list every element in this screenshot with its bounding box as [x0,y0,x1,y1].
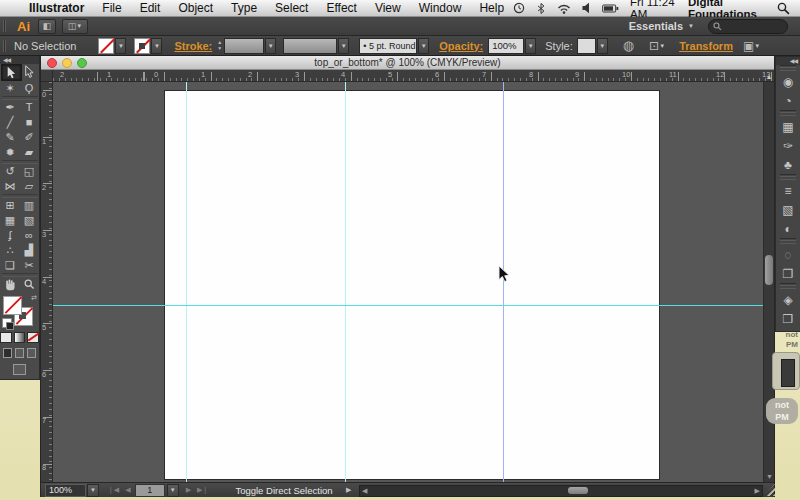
menu-view[interactable]: View [366,1,410,15]
first-artboard-button[interactable]: ❘◀ [105,486,122,494]
tools-panel-collapse[interactable]: ◀◀ [0,56,39,64]
opacity-link[interactable]: Opacity: [439,40,483,52]
width-tool[interactable]: ⋈ [1,179,20,194]
menu-type[interactable]: Type [222,1,266,15]
width-profile-field[interactable] [283,38,337,54]
bluetooth-icon[interactable] [536,2,546,15]
transparency-panel-icon[interactable]: ◐ [776,219,800,238]
draw-inside-mode-button[interactable] [27,348,36,358]
status-popup-arrow[interactable]: ▶ [346,486,351,494]
stroke-swatch[interactable] [134,38,150,54]
artboard-number-dropdown[interactable]: ▼ [167,484,179,497]
draw-normal-mode-button[interactable] [3,348,12,358]
gradient-panel-icon[interactable]: ▧ [776,200,800,219]
zoom-level-field[interactable]: 100% [45,484,86,497]
color-button[interactable] [0,332,12,343]
gradient-button[interactable] [14,332,26,343]
swap-fill-stroke-icon[interactable]: ⇄ [31,294,37,302]
mesh-tool[interactable]: ▦ [1,213,20,228]
symbol-sprayer-tool[interactable]: ∴ [1,243,20,258]
guide[interactable] [186,82,187,482]
opacity-dropdown[interactable]: ▼ [525,38,536,54]
brushes-panel-icon[interactable]: ✑ [776,136,800,155]
artboards-panel-icon[interactable]: ❒ [776,309,800,328]
wifi-icon[interactable] [557,3,571,14]
scale-tool[interactable]: ◱ [20,164,39,179]
recolor-artwork-icon[interactable]: ◍ [623,39,634,52]
style-dropdown[interactable]: ▼ [597,38,608,54]
slice-tool[interactable]: ✂ [20,258,39,273]
align-options-dropdown[interactable]: ▼ [754,43,760,49]
scroll-left-arrow[interactable]: ◀ [362,487,367,495]
menu-select[interactable]: Select [266,1,317,15]
color-panel-icon[interactable]: ◉ [776,72,800,91]
eraser-tool[interactable]: ▰ [20,145,39,160]
horizontal-scrollbar[interactable]: ◀ ▶ [359,485,763,497]
zoom-level-dropdown[interactable]: ▼ [87,484,99,497]
stroke-weight-stepper[interactable]: ▲▼ [217,40,222,51]
brush-definition-dropdown[interactable]: ▼ [418,38,429,54]
symbols-panel-icon[interactable]: ♣ [776,155,800,174]
eyedropper-tool[interactable]: ʄ [1,228,20,243]
dock-group-grip[interactable] [780,283,796,290]
stroke-weight-dropdown[interactable]: ▼ [265,38,276,54]
search-box[interactable] [708,19,788,34]
fill-color-swatch[interactable] [3,296,22,315]
zoom-tool[interactable] [20,277,39,292]
battery-icon[interactable] [602,3,619,14]
shape-builder-tool[interactable]: ⊞ [1,198,20,213]
free-transform-tool[interactable]: ▱ [20,179,39,194]
menu-effect[interactable]: Effect [317,1,365,15]
magic-wand-tool[interactable]: ✶ [1,81,20,96]
screen-mode-button[interactable] [13,364,26,375]
type-tool[interactable]: T [20,100,39,115]
vertical-scroll-thumb[interactable] [765,255,773,285]
fill-swatch[interactable] [98,38,114,54]
none-button[interactable] [27,332,39,343]
blend-tool[interactable]: ∞ [20,228,39,243]
column-graph-tool[interactable]: ▟ [20,243,39,258]
menu-help[interactable]: Help [470,1,513,15]
scroll-up-arrow[interactable]: ▲ [764,70,774,82]
select-similar-icon[interactable]: ⊡ [649,40,659,52]
menu-window[interactable]: Window [410,1,471,15]
menu-illustrator[interactable]: Illustrator [20,1,93,15]
search-input[interactable] [722,20,782,33]
fill-dropdown[interactable]: ▼ [115,38,126,54]
stroke-weight-field[interactable] [224,38,264,54]
line-segment-tool[interactable]: ╱ [1,115,20,130]
guide[interactable] [345,82,346,482]
volume-icon[interactable] [582,2,591,14]
time-machine-icon[interactable] [513,2,525,14]
hand-tool[interactable] [1,277,20,292]
stroke-panel-icon[interactable]: ≡ [776,181,800,200]
arrange-documents-button[interactable]: ◫▼ [62,19,88,34]
artboard-tool[interactable]: ❏ [1,258,20,273]
appearance-panel-icon[interactable]: ◌ [776,245,800,264]
previous-artboard-button[interactable]: ◀ [122,486,133,494]
pen-tool[interactable]: ✒ [1,100,20,115]
artboard-number-field[interactable]: 1 [135,484,165,497]
stroke-dropdown[interactable]: ▼ [151,38,162,54]
rotate-tool[interactable]: ↺ [1,164,20,179]
selection-tool[interactable] [1,64,22,81]
align-options-icon[interactable]: ▣ [743,40,754,52]
pencil-tool[interactable]: ✐ [20,130,39,145]
graphic-styles-panel-icon[interactable]: ❐ [776,264,800,283]
spotlight-icon[interactable] [777,2,790,15]
dock-collapse[interactable]: ◀◀ [776,57,800,65]
dock-group-grip[interactable] [780,174,796,181]
paintbrush-tool[interactable]: ✎ [1,130,20,145]
document-title-bar[interactable]: top_or_bottom* @ 100% (CMYK/Preview) [41,56,774,70]
rectangle-tool[interactable]: ■ [20,115,39,130]
horizontal-ruler[interactable]: 21012345678910111213 [53,70,774,82]
perspective-grid-tool[interactable]: ▥ [20,198,39,213]
blob-brush-tool[interactable]: ✹ [1,145,20,160]
style-swatch[interactable] [577,38,596,54]
dock-group-grip[interactable] [780,238,796,245]
scroll-right-arrow[interactable]: ▶ [755,487,760,495]
artboard[interactable] [164,90,660,480]
next-artboard-button[interactable]: ▶ [183,486,194,494]
select-similar-dropdown[interactable]: ▼ [659,43,665,49]
width-profile-dropdown[interactable]: ▼ [338,38,349,54]
